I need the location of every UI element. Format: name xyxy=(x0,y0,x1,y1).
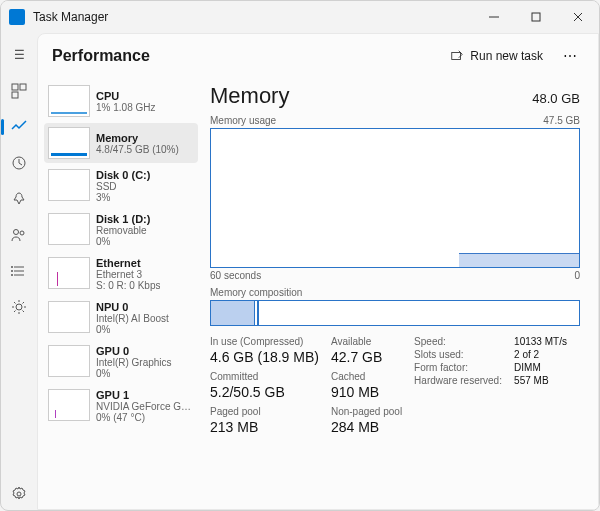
cpu-thumb xyxy=(48,85,90,117)
sidebar-item-label: GPU 1 xyxy=(96,389,194,401)
svg-rect-4 xyxy=(12,84,18,90)
npu-thumb xyxy=(48,301,90,333)
nav-details-icon[interactable] xyxy=(3,255,35,287)
comp-label: Memory composition xyxy=(210,287,580,298)
sidebar-item-cpu[interactable]: CPU1% 1.08 GHz xyxy=(44,81,198,121)
sidebar-item-label: Memory xyxy=(96,132,179,144)
speed-value: 10133 MT/s xyxy=(514,336,567,347)
hw-label: Hardware reserved: xyxy=(414,375,504,386)
menu-icon[interactable]: ☰ xyxy=(3,39,35,71)
minimize-button[interactable] xyxy=(473,1,515,33)
svg-point-16 xyxy=(16,304,22,310)
nav-services-icon[interactable] xyxy=(3,291,35,323)
in-use-value: 4.6 GB (18.9 MB) xyxy=(210,349,319,365)
paged-label: Paged pool xyxy=(210,406,319,417)
sidebar-item-label: CPU xyxy=(96,90,155,102)
detail-pane: Memory 48.0 GB Memory usage47.5 GB 60 se… xyxy=(204,79,598,509)
nav-processes-icon[interactable] xyxy=(3,75,35,107)
nav-startup-icon[interactable] xyxy=(3,183,35,215)
window-title: Task Manager xyxy=(33,10,108,24)
cached-label: Cached xyxy=(331,371,402,382)
sidebar-item-gpu1[interactable]: GPU 1NVIDIA GeForce GTX …0% (47 °C) xyxy=(44,385,198,427)
in-use-label: In use (Compressed) xyxy=(210,336,319,347)
svg-point-13 xyxy=(11,266,13,268)
hw-value: 557 MB xyxy=(514,375,548,386)
sidebar-item-label: NPU 0 xyxy=(96,301,169,313)
nonpaged-label: Non-paged pool xyxy=(331,406,402,417)
svg-rect-18 xyxy=(452,53,461,60)
svg-point-14 xyxy=(11,270,13,272)
nav-performance-icon[interactable] xyxy=(3,111,35,143)
paged-value: 213 MB xyxy=(210,419,319,435)
detail-total: 48.0 GB xyxy=(532,91,580,106)
usage-max: 47.5 GB xyxy=(543,115,580,126)
form-value: DIMM xyxy=(514,362,541,373)
sidebar-item-label: GPU 0 xyxy=(96,345,172,357)
ethernet-thumb xyxy=(48,257,90,289)
svg-point-8 xyxy=(14,230,19,235)
more-options-button[interactable]: ⋯ xyxy=(557,44,584,68)
svg-rect-6 xyxy=(12,92,18,98)
maximize-button[interactable] xyxy=(515,1,557,33)
memory-composition-bar[interactable] xyxy=(210,300,580,326)
sidebar-item-disk0[interactable]: Disk 0 (C:)SSD3% xyxy=(44,165,198,207)
form-label: Form factor: xyxy=(414,362,504,373)
sidebar-item-disk1[interactable]: Disk 1 (D:)Removable0% xyxy=(44,209,198,251)
nav-rail: ☰ xyxy=(1,33,37,510)
close-button[interactable] xyxy=(557,1,599,33)
page-title: Performance xyxy=(52,47,442,65)
usage-label: Memory usage xyxy=(210,115,543,126)
settings-icon[interactable] xyxy=(3,478,35,510)
perf-sidebar: CPU1% 1.08 GHz Memory4.8/47.5 GB (10%) D… xyxy=(38,79,204,509)
svg-point-15 xyxy=(11,274,13,276)
run-task-button[interactable]: Run new task xyxy=(442,45,551,67)
svg-rect-1 xyxy=(532,13,540,21)
slots-value: 2 of 2 xyxy=(514,349,539,360)
nonpaged-value: 284 MB xyxy=(331,419,402,435)
memory-thumb xyxy=(48,127,90,159)
gpu1-thumb xyxy=(48,389,90,421)
avail-value: 42.7 GB xyxy=(331,349,402,365)
slots-label: Slots used: xyxy=(414,349,504,360)
nav-history-icon[interactable] xyxy=(3,147,35,179)
sidebar-item-gpu0[interactable]: GPU 0Intel(R) Graphics0% xyxy=(44,341,198,383)
cached-value: 910 MB xyxy=(331,384,402,400)
disk1-thumb xyxy=(48,213,90,245)
disk0-thumb xyxy=(48,169,90,201)
graph-time-left: 60 seconds xyxy=(210,270,574,281)
memory-usage-graph[interactable] xyxy=(210,128,580,268)
graph-time-right: 0 xyxy=(574,270,580,281)
svg-rect-5 xyxy=(20,84,26,90)
sidebar-item-label: Disk 0 (C:) xyxy=(96,169,150,181)
sidebar-item-label: Ethernet xyxy=(96,257,160,269)
run-task-label: Run new task xyxy=(470,49,543,63)
svg-point-9 xyxy=(20,231,24,235)
nav-users-icon[interactable] xyxy=(3,219,35,251)
speed-label: Speed: xyxy=(414,336,504,347)
svg-point-17 xyxy=(17,492,21,496)
run-task-icon xyxy=(450,49,464,63)
sidebar-item-ethernet[interactable]: EthernetEthernet 3S: 0 R: 0 Kbps xyxy=(44,253,198,295)
app-icon xyxy=(9,9,25,25)
avail-label: Available xyxy=(331,336,402,347)
committed-label: Committed xyxy=(210,371,319,382)
gpu0-thumb xyxy=(48,345,90,377)
detail-title: Memory xyxy=(210,83,532,109)
sidebar-item-label: Disk 1 (D:) xyxy=(96,213,150,225)
committed-value: 5.2/50.5 GB xyxy=(210,384,319,400)
sidebar-item-memory[interactable]: Memory4.8/47.5 GB (10%) xyxy=(44,123,198,163)
sidebar-item-npu0[interactable]: NPU 0Intel(R) AI Boost0% xyxy=(44,297,198,339)
